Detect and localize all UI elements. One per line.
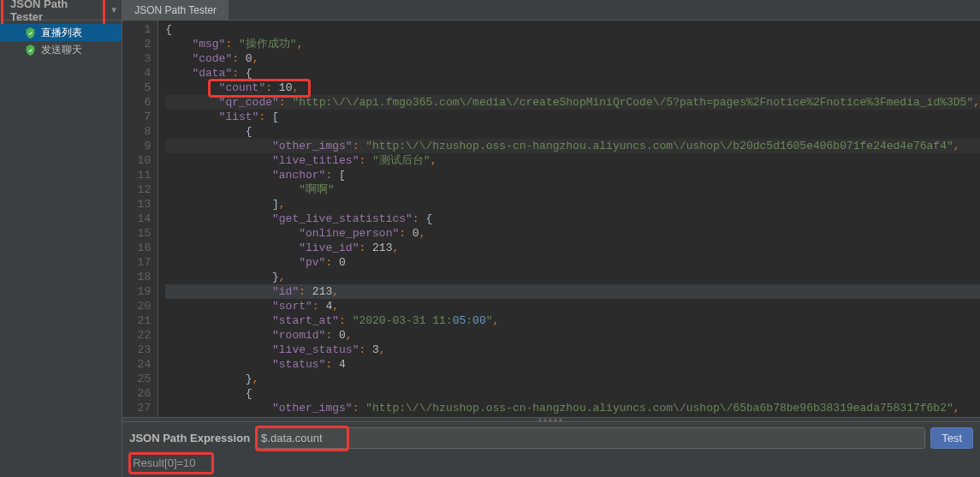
tree-item[interactable]: 直播列表 [0, 24, 122, 41]
expression-label: JSON Path Expression [129, 432, 250, 444]
result-text: Result[0]=10 [129, 454, 973, 472]
expression-row: JSON Path Expression Test [129, 427, 973, 449]
shield-icon [24, 27, 36, 39]
tree-item-label: 发送聊天 [41, 43, 82, 57]
expression-input[interactable] [255, 427, 925, 449]
sidebar: JSON Path Tester ▼ 直播列表 发送聊天 [0, 0, 122, 477]
code-editor[interactable]: 1234567891011121314151617181920212223242… [122, 21, 980, 417]
jsonpath-panel: JSON Path Expression Test Result[0]=10 [122, 422, 980, 477]
main-area: JSON Path Tester 12345678910111213141516… [122, 0, 980, 477]
chevron-down-icon[interactable]: ▼ [106, 5, 122, 15]
tree-item[interactable]: 发送聊天 [0, 41, 122, 58]
line-gutter: 1234567891011121314151617181920212223242… [122, 21, 158, 417]
tabbar: JSON Path Tester [122, 0, 980, 21]
shield-icon [24, 44, 36, 56]
tree-item-label: 直播列表 [41, 26, 82, 40]
code-content[interactable]: { "msg": "操作成功", "code": 0, "data": { "c… [158, 21, 980, 417]
sidebar-header: JSON Path Tester ▼ [0, 0, 122, 21]
test-button[interactable]: Test [930, 427, 973, 449]
tab-json-path-tester[interactable]: JSON Path Tester [122, 0, 229, 20]
expression-input-wrap [255, 427, 925, 449]
tree: 直播列表 发送聊天 [0, 21, 122, 62]
result-row: Result[0]=10 [129, 454, 973, 472]
